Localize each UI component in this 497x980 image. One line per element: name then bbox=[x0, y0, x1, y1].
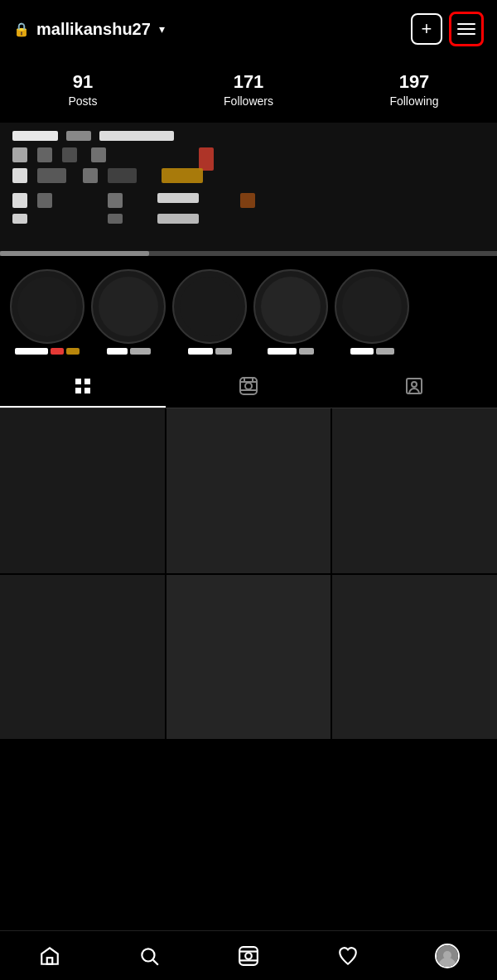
bottom-nav bbox=[0, 930, 497, 980]
top-bar: 🔒 mallikanshu27 ▾ + bbox=[0, 0, 497, 55]
bottom-spacer bbox=[0, 739, 497, 789]
svg-point-13 bbox=[142, 949, 154, 961]
story-item-1[interactable] bbox=[10, 269, 84, 355]
following-label: Following bbox=[389, 94, 438, 108]
pixel-8 bbox=[12, 168, 27, 183]
story-item-2[interactable] bbox=[91, 269, 166, 355]
pixel-brown bbox=[240, 193, 255, 208]
stories-row[interactable] bbox=[0, 256, 497, 364]
heart-icon bbox=[337, 945, 359, 967]
story-inner-5 bbox=[342, 277, 402, 336]
reels-icon bbox=[239, 376, 258, 396]
top-bar-right: + bbox=[411, 12, 484, 46]
pixel-2 bbox=[66, 131, 91, 141]
profile-blurred-area bbox=[0, 123, 497, 251]
grid-cell-1[interactable] bbox=[0, 408, 165, 573]
pixel-3 bbox=[99, 131, 174, 141]
pixel-15 bbox=[157, 193, 199, 203]
avatar[interactable] bbox=[435, 944, 460, 968]
story-item-4[interactable] bbox=[253, 269, 328, 355]
stats-row: 91 Posts 171 Followers 197 Following bbox=[0, 55, 497, 123]
nav-reels[interactable] bbox=[228, 935, 269, 977]
nav-heart[interactable] bbox=[327, 935, 369, 977]
story-circle-1[interactable] bbox=[10, 269, 84, 344]
pixel-11 bbox=[108, 168, 137, 183]
story-label-5 bbox=[350, 348, 394, 355]
pixel-10 bbox=[83, 168, 98, 183]
followers-stat[interactable]: 171 Followers bbox=[166, 71, 331, 108]
pixel-14 bbox=[108, 193, 123, 208]
tabs-row bbox=[0, 364, 497, 408]
svg-line-14 bbox=[153, 959, 158, 964]
nav-search[interactable] bbox=[128, 935, 170, 977]
posts-label: Posts bbox=[68, 94, 97, 108]
story-label-2 bbox=[107, 348, 151, 355]
story-circle-2[interactable] bbox=[91, 269, 166, 344]
svg-point-16 bbox=[245, 953, 252, 959]
story-inner-1 bbox=[17, 277, 77, 336]
svg-point-5 bbox=[245, 383, 252, 389]
pixel-12 bbox=[12, 193, 27, 208]
nav-home[interactable] bbox=[29, 935, 70, 977]
nav-reels-icon bbox=[238, 945, 259, 967]
following-stat[interactable]: 197 Following bbox=[331, 71, 497, 108]
pixel-gold bbox=[162, 168, 203, 183]
grid-cell-4[interactable] bbox=[0, 575, 165, 740]
following-count: 197 bbox=[399, 71, 430, 93]
story-label-3 bbox=[188, 348, 232, 355]
home-icon bbox=[39, 945, 60, 967]
pixel-13 bbox=[37, 193, 52, 208]
story-label-1 bbox=[15, 348, 80, 355]
pixel-red bbox=[199, 147, 214, 171]
story-circle-5[interactable] bbox=[335, 269, 409, 344]
story-circle-4[interactable] bbox=[253, 269, 328, 344]
username-label: mallikanshu27 bbox=[36, 20, 151, 39]
story-inner-2 bbox=[99, 277, 158, 336]
story-label-4 bbox=[268, 348, 314, 355]
pixel-9 bbox=[37, 168, 66, 183]
story-item-3[interactable] bbox=[172, 269, 247, 355]
grid-cell-3[interactable] bbox=[332, 408, 497, 573]
tagged-icon bbox=[404, 376, 424, 396]
plus-icon: + bbox=[422, 18, 432, 40]
grid-cell-5[interactable] bbox=[166, 575, 331, 740]
svg-rect-12 bbox=[47, 958, 53, 964]
svg-rect-1 bbox=[84, 379, 90, 384]
svg-rect-2 bbox=[75, 388, 81, 393]
svg-rect-15 bbox=[239, 947, 258, 965]
highlight-scrollbar-fill bbox=[0, 251, 149, 256]
pixel-18 bbox=[157, 214, 199, 224]
avatar-image bbox=[437, 945, 458, 967]
search-icon bbox=[138, 945, 160, 967]
tab-tagged[interactable] bbox=[331, 364, 497, 408]
chevron-down-icon[interactable]: ▾ bbox=[159, 22, 165, 36]
nav-profile[interactable] bbox=[427, 935, 468, 977]
lock-icon: 🔒 bbox=[13, 22, 30, 37]
tab-grid[interactable] bbox=[0, 364, 166, 408]
pixel-17 bbox=[108, 214, 123, 224]
followers-count: 171 bbox=[234, 71, 264, 93]
add-post-button[interactable]: + bbox=[411, 13, 442, 45]
story-inner-3 bbox=[180, 277, 239, 336]
pixel-7 bbox=[91, 147, 106, 162]
menu-line-1 bbox=[457, 23, 475, 25]
svg-rect-4 bbox=[240, 378, 257, 394]
story-item-5[interactable] bbox=[335, 269, 409, 355]
posts-count: 91 bbox=[73, 71, 93, 93]
pixel-4 bbox=[12, 147, 27, 162]
pixel-6 bbox=[62, 147, 77, 162]
pixel-5 bbox=[37, 147, 52, 162]
svg-rect-3 bbox=[84, 388, 90, 393]
posts-stat[interactable]: 91 Posts bbox=[0, 71, 166, 108]
tab-reels[interactable] bbox=[166, 364, 331, 408]
followers-label: Followers bbox=[224, 94, 273, 108]
story-inner-4 bbox=[261, 277, 321, 336]
story-circle-3[interactable] bbox=[172, 269, 247, 344]
grid-cell-6[interactable] bbox=[332, 575, 497, 740]
grid-icon bbox=[73, 376, 93, 396]
grid-cell-2[interactable] bbox=[166, 408, 331, 573]
highlight-scrollbar bbox=[0, 251, 497, 256]
menu-button[interactable] bbox=[449, 12, 484, 46]
pixel-16 bbox=[12, 214, 27, 224]
svg-rect-0 bbox=[75, 379, 81, 384]
